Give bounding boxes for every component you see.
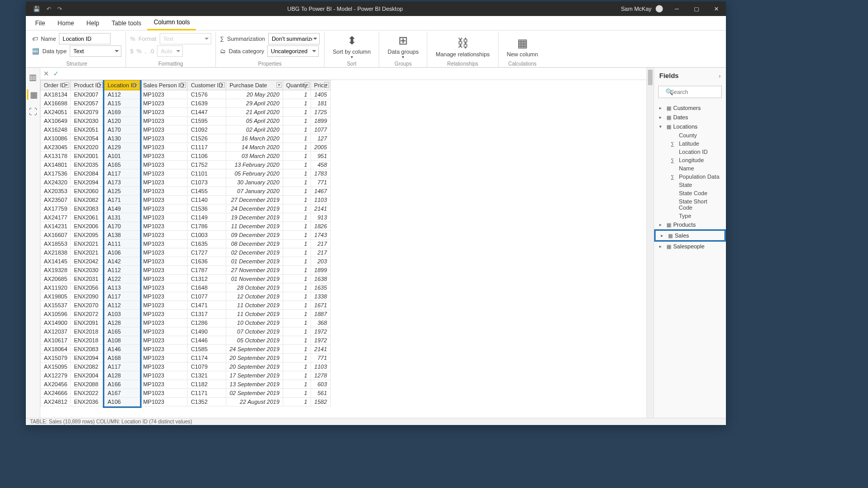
- cell[interactable]: C1471: [188, 301, 226, 310]
- cell[interactable]: AX20456: [41, 380, 71, 389]
- table-row[interactable]: AX24051ENX2079A169MP1023C144721 April 20…: [41, 108, 331, 117]
- cell[interactable]: 17 September 2019: [226, 371, 283, 380]
- cell[interactable]: ENX2061: [71, 213, 104, 222]
- cell[interactable]: AX15537: [41, 301, 71, 310]
- cell[interactable]: 1: [283, 213, 311, 222]
- cell[interactable]: MP1023: [140, 90, 187, 99]
- cell[interactable]: 1826: [311, 222, 330, 231]
- cell[interactable]: 1899: [311, 266, 330, 275]
- cell[interactable]: 14 March 2020: [226, 143, 283, 152]
- cell[interactable]: 1: [283, 134, 311, 143]
- cell[interactable]: MP1023: [140, 108, 187, 117]
- cell[interactable]: C1727: [188, 248, 226, 257]
- chevron-icon[interactable]: ▸: [659, 222, 664, 227]
- cell[interactable]: C1106: [188, 152, 226, 161]
- cell[interactable]: C1140: [188, 196, 226, 204]
- cell[interactable]: AX12279: [41, 371, 71, 380]
- cell[interactable]: ENX2001: [71, 152, 104, 161]
- cancel-formula-icon[interactable]: ✕: [43, 70, 49, 77]
- cell[interactable]: 1: [283, 117, 311, 125]
- cell[interactable]: 19 December 2019: [226, 213, 283, 222]
- report-view-icon[interactable]: ▥: [28, 72, 38, 82]
- cell[interactable]: 1: [283, 284, 311, 292]
- cell[interactable]: ENX2079: [71, 108, 104, 117]
- table-row[interactable]: AX20456ENX2088A166MP1023C118213 Septembe…: [41, 380, 331, 389]
- cell[interactable]: AX18134: [41, 90, 71, 99]
- cell[interactable]: 16 March 2020: [226, 134, 283, 143]
- table-row[interactable]: AX14801ENX2035A165MP1023C175213 February…: [41, 161, 331, 169]
- cell[interactable]: 127: [311, 134, 330, 143]
- cell[interactable]: AX10086: [41, 134, 71, 143]
- table-row[interactable]: AX10086ENX2054A130MP1023C152616 March 20…: [41, 134, 331, 143]
- cell[interactable]: 05 October 2019: [226, 336, 283, 345]
- field-type[interactable]: Type: [654, 212, 726, 220]
- cell[interactable]: C1182: [188, 380, 226, 389]
- table-row[interactable]: AX21838ENX2021A106MP1023C172702 December…: [41, 248, 331, 257]
- cell[interactable]: 1: [283, 363, 311, 371]
- cell[interactable]: 771: [311, 354, 330, 363]
- column-filter-icon[interactable]: ▾: [220, 82, 225, 88]
- cell[interactable]: 24 September 2019: [226, 345, 283, 354]
- table-sales[interactable]: ▸▦Sales: [654, 229, 726, 242]
- table-locations[interactable]: ▾▦Locations: [654, 122, 726, 131]
- cell[interactable]: 20 September 2019: [226, 363, 283, 371]
- cell[interactable]: ENX2072: [71, 310, 104, 319]
- cell[interactable]: AX18553: [41, 240, 71, 248]
- cell[interactable]: C1286: [188, 319, 226, 327]
- cell[interactable]: 1582: [311, 398, 330, 406]
- cell[interactable]: 1783: [311, 169, 330, 178]
- column-header[interactable]: Quantity▾: [283, 81, 311, 90]
- cell[interactable]: 08 December 2019: [226, 240, 283, 248]
- cell[interactable]: A170: [104, 222, 140, 231]
- column-header[interactable]: Sales Person ID▾: [140, 81, 187, 90]
- commit-formula-icon[interactable]: ✓: [53, 70, 59, 77]
- cell[interactable]: 1338: [311, 292, 330, 301]
- cell[interactable]: 10 October 2019: [226, 319, 283, 327]
- cell[interactable]: MP1023: [140, 354, 187, 363]
- cell[interactable]: 458: [311, 161, 330, 169]
- sort-by-column-button[interactable]: ⬍Sort by column▾: [329, 33, 375, 61]
- cell[interactable]: 2005: [311, 143, 330, 152]
- cell[interactable]: 24 December 2019: [226, 204, 283, 213]
- cell[interactable]: 02 December 2019: [226, 248, 283, 257]
- column-filter-icon[interactable]: ▾: [64, 82, 69, 88]
- column-filter-icon[interactable]: ▾: [304, 82, 309, 88]
- data-groups-button[interactable]: ⊞Data groups▾: [383, 33, 423, 61]
- cell[interactable]: 30 January 2020: [226, 178, 283, 187]
- cell[interactable]: 1: [283, 169, 311, 178]
- close-button[interactable]: ✕: [706, 2, 726, 16]
- table-row[interactable]: AX24177ENX2061A131MP1023C114919 December…: [41, 213, 331, 222]
- cell[interactable]: 28 October 2019: [226, 284, 283, 292]
- cell[interactable]: MP1023: [140, 398, 187, 406]
- column-filter-icon[interactable]: ▾: [324, 82, 329, 88]
- cell[interactable]: 2141: [311, 204, 330, 213]
- cell[interactable]: 181: [311, 99, 330, 108]
- cell[interactable]: A106: [104, 248, 140, 257]
- cell[interactable]: 1725: [311, 108, 330, 117]
- cell[interactable]: 1: [283, 398, 311, 406]
- column-header[interactable]: Location ID▾: [104, 81, 140, 90]
- cell[interactable]: 11 October 2019: [226, 301, 283, 310]
- cell[interactable]: C1576: [188, 90, 226, 99]
- table-dates[interactable]: ▸▦Dates: [654, 113, 726, 122]
- cell[interactable]: ENX2004: [71, 371, 104, 380]
- save-icon[interactable]: 💾: [33, 6, 40, 12]
- field-state-code[interactable]: State Code: [654, 189, 726, 197]
- cell[interactable]: C1003: [188, 231, 226, 240]
- cell[interactable]: MP1023: [140, 213, 187, 222]
- table-row[interactable]: AX13178ENX2001A101MP1023C110603 March 20…: [41, 152, 331, 161]
- cell[interactable]: 20 May 2020: [226, 90, 283, 99]
- cell[interactable]: 09 December 2019: [226, 231, 283, 240]
- cell[interactable]: 1: [283, 240, 311, 248]
- cell[interactable]: C1585: [188, 345, 226, 354]
- cell[interactable]: A117: [104, 169, 140, 178]
- cell[interactable]: ENX2057: [71, 99, 104, 108]
- column-header[interactable]: Customer ID▾: [188, 81, 226, 90]
- cell[interactable]: C1595: [188, 117, 226, 125]
- cell[interactable]: AX24051: [41, 108, 71, 117]
- cell[interactable]: A171: [104, 196, 140, 204]
- cell[interactable]: A165: [104, 161, 140, 169]
- maximize-button[interactable]: ▢: [687, 2, 706, 16]
- cell[interactable]: ENX2083: [71, 345, 104, 354]
- undo-icon[interactable]: ↶: [47, 6, 51, 12]
